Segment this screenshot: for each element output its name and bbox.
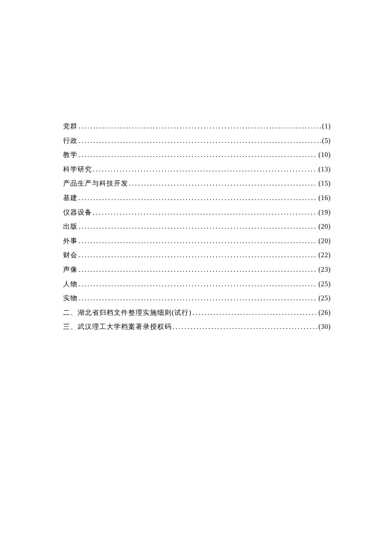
- toc-label: 产品生产与科技开发: [63, 176, 128, 191]
- toc-page: (15): [318, 176, 331, 191]
- toc-page: (13): [318, 162, 331, 177]
- toc-label: 声像: [63, 262, 78, 277]
- toc-page: (30): [318, 320, 331, 334]
- toc-page: (19): [318, 205, 331, 220]
- toc-entry: 声像 (23): [63, 262, 331, 277]
- toc-page: (25): [318, 277, 331, 291]
- toc-label: 基建: [63, 191, 78, 205]
- toc-label: 二、湖北省归档文件整理实施细则(试行): [63, 305, 192, 320]
- toc-leader: [78, 134, 321, 148]
- toc-leader: [78, 219, 317, 234]
- toc-list: 党群 (1) 行政 (5) 教学 (10) 科学研究 (13) 产品生产与科技开…: [63, 119, 331, 334]
- toc-leader: [78, 234, 317, 248]
- toc-entry: 产品生产与科技开发 (15): [63, 176, 331, 191]
- toc-entry: 三、武汉理工大学档案著录授权码 (30): [63, 320, 331, 334]
- toc-label: 三、武汉理工大学档案著录授权码: [63, 320, 172, 334]
- toc-label: 科学研究: [63, 162, 92, 177]
- toc-leader: [78, 291, 317, 305]
- toc-leader: [93, 205, 317, 220]
- toc-label: 党群: [63, 119, 78, 134]
- toc-label: 出版: [63, 219, 78, 234]
- toc-entry: 人物 (25): [63, 277, 331, 291]
- toc-page: (26): [318, 305, 331, 320]
- toc-page: (1): [322, 119, 331, 134]
- toc-page: (23): [318, 262, 331, 277]
- toc-entry: 科学研究 (13): [63, 162, 331, 177]
- toc-page: (16): [318, 191, 331, 205]
- toc-leader: [93, 162, 317, 177]
- toc-leader: [78, 262, 317, 277]
- toc-entry: 教学 (10): [63, 148, 331, 162]
- toc-entry: 党群 (1): [63, 119, 331, 134]
- toc-label: 外事: [63, 234, 78, 248]
- toc-page: (10): [318, 148, 331, 162]
- toc-entry: 二、湖北省归档文件整理实施细则(试行) (26): [63, 305, 331, 320]
- toc-leader: [129, 176, 317, 191]
- toc-page: (20): [318, 219, 331, 234]
- toc-page: (22): [318, 248, 331, 262]
- toc-entry: 基建 (16): [63, 191, 331, 205]
- toc-leader: [78, 191, 317, 205]
- toc-label: 教学: [63, 148, 78, 162]
- toc-leader: [173, 320, 317, 334]
- toc-entry: 行政 (5): [63, 134, 331, 148]
- toc-label: 实物: [63, 291, 78, 305]
- toc-entry: 仪器设备 (19): [63, 205, 331, 220]
- toc-page: (5): [322, 134, 331, 148]
- toc-label: 仪器设备: [63, 205, 92, 220]
- toc-entry: 实物 (25): [63, 291, 331, 305]
- toc-leader: [78, 148, 317, 162]
- toc-label: 人物: [63, 277, 78, 291]
- toc-entry: 财会 (22): [63, 248, 331, 262]
- toc-leader: [193, 305, 318, 320]
- toc-leader: [78, 248, 317, 262]
- toc-label: 财会: [63, 248, 78, 262]
- toc-leader: [78, 119, 321, 134]
- toc-page: (20): [318, 234, 331, 248]
- toc-page: (25): [318, 291, 331, 305]
- toc-leader: [78, 277, 317, 291]
- toc-label: 行政: [63, 134, 78, 148]
- toc-entry: 出版 (20): [63, 219, 331, 234]
- toc-entry: 外事 (20): [63, 234, 331, 248]
